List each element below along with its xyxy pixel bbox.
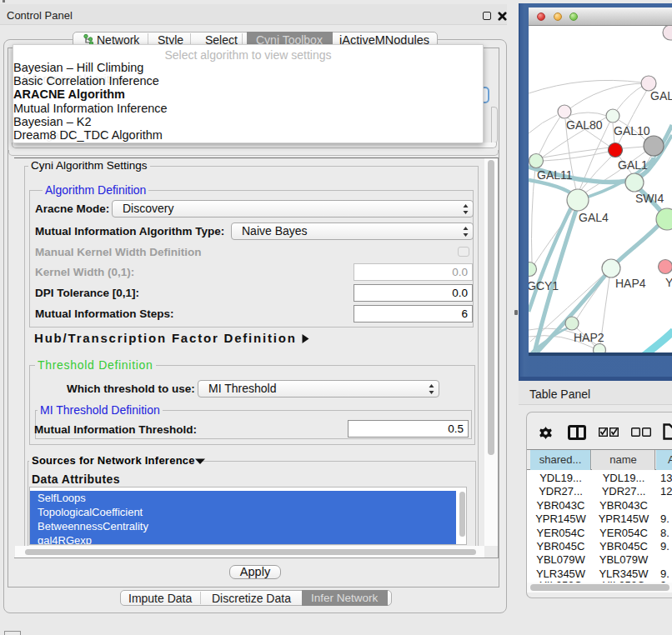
svg-text:GAL80: GAL80 [566, 118, 603, 132]
svg-text:GAL: GAL [650, 89, 672, 102]
svg-text:HAP2: HAP2 [574, 331, 604, 344]
svg-text:GAL1: GAL1 [618, 158, 648, 172]
svg-text:GAL4: GAL4 [579, 211, 609, 224]
svg-text:GAL10: GAL10 [614, 124, 650, 138]
svg-text:GAL11: GAL11 [537, 168, 573, 182]
svg-text:Y: Y [665, 276, 672, 289]
svg-text:GCY1: GCY1 [529, 279, 559, 292]
svg-text:HAP4: HAP4 [615, 277, 646, 290]
svg-text:SWI4: SWI4 [635, 192, 664, 205]
